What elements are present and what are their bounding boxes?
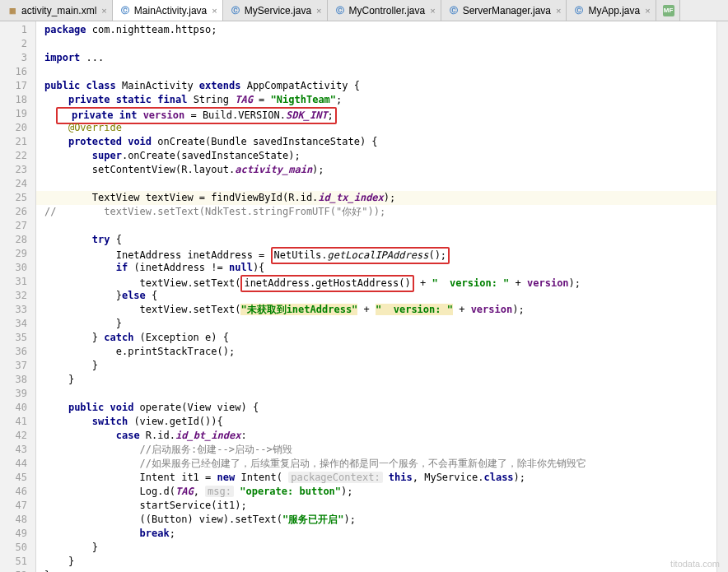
code-line[interactable] — [36, 387, 728, 401]
tab-ServerManager.java[interactable]: ⒸServerManager.java× — [441, 0, 567, 21]
code-line[interactable]: try { — [36, 233, 728, 247]
tab-MainActivity.java[interactable]: ⒸMainActivity.java× — [113, 0, 223, 21]
file-icon: MF — [663, 5, 674, 16]
code-line[interactable]: }else { — [36, 289, 728, 303]
line-number: 26 — [0, 205, 35, 219]
code-line[interactable] — [36, 177, 728, 191]
file-icon: Ⓒ — [230, 5, 241, 16]
code-line[interactable]: textView.setText(inetAddress.getHostAddr… — [36, 275, 728, 289]
code-line[interactable]: package com.nightteam.httpso; — [36, 23, 728, 37]
line-number: 46 — [0, 485, 35, 499]
code-line[interactable]: } — [36, 359, 728, 373]
line-number: 41 — [0, 415, 35, 429]
code-line[interactable]: super.onCreate(savedInstanceState); — [36, 149, 728, 163]
close-icon[interactable]: × — [100, 6, 106, 16]
tab-MyApp.java[interactable]: ⒸMyApp.java× — [567, 0, 656, 21]
line-number: 28 — [0, 233, 35, 247]
tab-activity_main.xml[interactable]: ▦activity_main.xml× — [0, 0, 113, 21]
code-line[interactable]: InetAddress inetAddress = NetUtils.getLo… — [36, 247, 728, 261]
code-line[interactable]: textView.setText("未获取到inetAddress" + " v… — [36, 303, 728, 317]
line-number: 50 — [0, 541, 35, 555]
code-line[interactable]: e.printStackTrace(); — [36, 345, 728, 359]
code-line[interactable] — [36, 37, 728, 51]
vertical-scrollbar[interactable] — [716, 21, 728, 572]
line-number: 17 — [0, 79, 35, 93]
line-number: 47 — [0, 499, 35, 513]
line-number: 30 — [0, 261, 35, 275]
close-icon[interactable]: × — [554, 6, 561, 16]
line-number: 42 — [0, 429, 35, 443]
close-icon[interactable]: × — [210, 6, 217, 16]
code-line[interactable]: public class MainActivity extends AppCom… — [36, 79, 728, 93]
close-icon[interactable]: × — [315, 6, 321, 16]
line-number: 27 — [0, 219, 35, 233]
code-line[interactable]: } — [36, 569, 728, 572]
line-number: 22 — [0, 149, 35, 163]
close-icon[interactable]: × — [428, 6, 435, 16]
file-icon: Ⓒ — [334, 5, 346, 16]
code-line[interactable] — [36, 219, 728, 233]
code-line[interactable]: switch (view.getId()){ — [36, 415, 728, 429]
code-line[interactable]: //如果服务已经创建了，后续重复启动，操作的都是同一个服务，不会再重新创建了，除… — [36, 457, 728, 471]
line-number: 43 — [0, 443, 35, 457]
code-line[interactable] — [36, 65, 728, 79]
line-number: 20 — [0, 121, 35, 135]
line-number: 48 — [0, 513, 35, 527]
line-number: 23 — [0, 163, 35, 177]
tab-label: MainActivity.java — [134, 5, 207, 16]
code-line[interactable]: case R.id.id_bt_index: — [36, 429, 728, 443]
code-line[interactable]: } — [36, 317, 728, 331]
code-line[interactable]: private static final String TAG = "Nigth… — [36, 93, 728, 107]
line-number: 25 — [0, 191, 35, 205]
editor-area: 1231617181920212223242526272829303132333… — [0, 21, 728, 572]
tab-MyController.java[interactable]: ⒸMyController.java× — [328, 0, 441, 21]
code-line[interactable]: Log.d(TAG, msg: "operate: button"); — [36, 485, 728, 499]
line-number: 36 — [0, 345, 35, 359]
line-number: 21 — [0, 135, 35, 149]
code-line[interactable]: Intent it1 = new Intent( packageContext:… — [36, 471, 728, 485]
code-line[interactable]: import ... — [36, 51, 728, 65]
tab-MyService.java[interactable]: ⒸMyService.java× — [223, 0, 328, 21]
gutter: 1231617181920212223242526272829303132333… — [0, 21, 36, 572]
line-number: 52 — [0, 569, 35, 572]
code-line[interactable]: if (inetAddress != null){ — [36, 261, 728, 275]
code-line[interactable]: //启动服务:创建-->启动-->销毁 — [36, 443, 728, 457]
line-number: 2 — [0, 37, 35, 51]
code-line[interactable]: ((Button) view).setText("服务已开启"); — [36, 513, 728, 527]
code-line[interactable]: // textView.setText(NdkTest.stringFromUT… — [36, 205, 728, 219]
file-icon: Ⓒ — [119, 5, 131, 16]
line-number: 44 — [0, 457, 35, 471]
line-number: 3 — [0, 51, 35, 65]
line-number: 24 — [0, 177, 35, 191]
line-number: 35 — [0, 331, 35, 345]
close-icon[interactable]: × — [643, 6, 650, 16]
code-line[interactable]: public void operate(View view) { — [36, 401, 728, 415]
line-number: 1 — [0, 23, 35, 37]
code-line[interactable]: break; — [36, 527, 728, 541]
code-line[interactable]: } — [36, 555, 728, 569]
code-line[interactable]: private int version = Build.VERSION.SDK_… — [36, 107, 728, 121]
line-number: 34 — [0, 317, 35, 331]
code-line[interactable]: setContentView(R.layout.activity_main); — [36, 163, 728, 177]
code-line[interactable]: TextView textView = findViewById(R.id.id… — [36, 191, 728, 205]
line-number: 37 — [0, 359, 35, 373]
line-number: 45 — [0, 471, 35, 485]
line-number: 40 — [0, 401, 35, 415]
line-number: 18 — [0, 93, 35, 107]
file-icon: ▦ — [7, 5, 18, 16]
code-line[interactable]: protected void onCreate(Bundle savedInst… — [36, 135, 728, 149]
line-number: 39 — [0, 387, 35, 401]
code-line[interactable]: } catch (Exception e) { — [36, 331, 728, 345]
file-icon: Ⓒ — [573, 5, 585, 16]
code-line[interactable]: @Override — [36, 121, 728, 135]
line-number: 29 — [0, 247, 35, 261]
tab-label: MyApp.java — [588, 5, 640, 16]
code-line[interactable]: } — [36, 373, 728, 387]
code-area[interactable]: package com.nightteam.httpso;import ...p… — [36, 21, 728, 572]
line-number: 32 — [0, 289, 35, 303]
tab-label: MyController.java — [349, 5, 426, 16]
tab-manifest[interactable]: MF — [656, 0, 680, 21]
line-number: 31 — [0, 275, 35, 289]
code-line[interactable]: startService(it1); — [36, 499, 728, 513]
code-line[interactable]: } — [36, 541, 728, 555]
